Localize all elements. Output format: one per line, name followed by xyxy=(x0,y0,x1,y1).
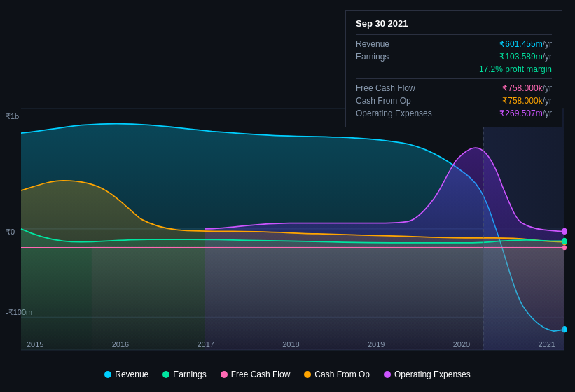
legend-item-free-cash-flow[interactable]: Free Cash Flow xyxy=(221,370,291,379)
tooltip-cash-from-op-value: ₹758.000k/yr xyxy=(502,96,552,106)
tooltip-op-expenses-value: ₹269.507m/yr xyxy=(499,108,552,118)
x-label-2021: 2021 xyxy=(539,340,555,349)
x-label-2018: 2018 xyxy=(282,340,299,349)
legend-label-op-expenses: Operating Expenses xyxy=(394,370,471,379)
legend-label-cash-from-op: Cash From Op xyxy=(314,370,370,379)
svg-point-9 xyxy=(562,245,567,250)
tooltip-free-cash-value: ₹758.000k/yr xyxy=(502,83,552,93)
svg-point-8 xyxy=(562,238,567,244)
tooltip-op-expenses-label: Operating Expenses xyxy=(356,108,499,118)
legend-label-free-cash: Free Cash Flow xyxy=(231,370,291,379)
legend-dot-revenue xyxy=(104,371,111,378)
legend-dot-free-cash xyxy=(221,371,228,378)
chart-legend: Revenue Earnings Free Cash Flow Cash Fro… xyxy=(0,370,575,379)
legend-item-operating-expenses[interactable]: Operating Expenses xyxy=(384,370,471,379)
x-label-2020: 2020 xyxy=(453,340,470,349)
legend-dot-earnings xyxy=(162,371,169,378)
svg-point-6 xyxy=(562,228,567,234)
x-label-2019: 2019 xyxy=(368,340,385,349)
legend-item-cash-from-op[interactable]: Cash From Op xyxy=(304,370,370,379)
legend-item-earnings[interactable]: Earnings xyxy=(162,370,206,379)
tooltip-earnings-value: ₹103.589m/yr xyxy=(499,52,552,62)
legend-item-revenue[interactable]: Revenue xyxy=(104,370,148,379)
y-label-top: ₹1b xyxy=(6,112,19,121)
x-label-2017: 2017 xyxy=(198,340,214,349)
chart-container: Sep 30 2021 Revenue ₹601.455m/yr Earning… xyxy=(0,0,575,392)
x-label-2015: 2015 xyxy=(27,340,43,349)
x-axis-labels: 2015 2016 2017 2018 2019 2020 2021 xyxy=(0,340,575,349)
legend-label-revenue: Revenue xyxy=(115,370,148,379)
legend-dot-cash-from-op xyxy=(304,371,311,378)
chart-area xyxy=(21,108,564,350)
legend-dot-op-expenses xyxy=(384,371,391,378)
x-label-2016: 2016 xyxy=(112,340,129,349)
tooltip-earnings-label: Earnings xyxy=(356,52,499,62)
tooltip-date: Sep 30 2021 xyxy=(356,18,552,29)
legend-label-earnings: Earnings xyxy=(173,370,206,379)
chart-svg xyxy=(21,108,564,350)
tooltip-revenue-label: Revenue xyxy=(356,39,499,49)
tooltip-cash-from-op-label: Cash From Op xyxy=(356,96,502,106)
y-label-mid: ₹0 xyxy=(6,227,15,237)
tooltip-revenue-value: ₹601.455m/yr xyxy=(499,39,552,49)
tooltip-profit-margin: 17.2% profit margin xyxy=(479,64,552,74)
tooltip-free-cash-label: Free Cash Flow xyxy=(356,83,502,93)
tooltip-popup: Sep 30 2021 Revenue ₹601.455m/yr Earning… xyxy=(345,10,562,127)
